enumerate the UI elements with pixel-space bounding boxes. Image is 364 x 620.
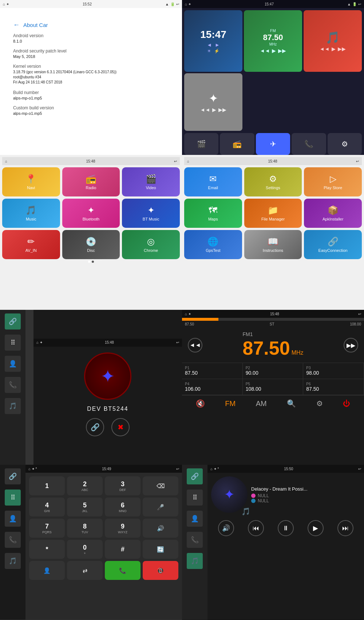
dialer-sidebar-dialpad[interactable]: ⠿ xyxy=(5,490,21,506)
btmusic-prev-btn[interactable]: ⏮ xyxy=(248,520,264,536)
btmusic-play-btn[interactable]: ▶ xyxy=(308,520,324,536)
dialer-sidebar-contacts[interactable]: 👤 xyxy=(5,511,21,527)
dash-vol-down-icon[interactable]: ◄ xyxy=(207,42,212,48)
preset-p1[interactable]: P1 87.50 xyxy=(182,363,243,379)
btmusic-sidebar-contacts[interactable]: 👤 xyxy=(187,511,203,527)
dash-bt-next[interactable]: ▶▶ xyxy=(218,107,226,113)
dial-hangup-btn[interactable]: 📵 xyxy=(143,561,178,580)
dialer-sidebar-link[interactable]: 🔗 xyxy=(5,468,21,484)
dash-bottom-radio-icon[interactable]: 📻 xyxy=(220,133,254,155)
dash-bt-prev[interactable]: ◄◄ xyxy=(200,107,210,113)
app-tile-filemanager[interactable]: 📁 File Manager xyxy=(244,199,302,228)
radio-mute-btn[interactable]: 🔇 xyxy=(196,399,205,408)
btmusic-volume-btn[interactable]: 🔊 xyxy=(218,520,234,536)
dial-key-mic[interactable]: 🎤 xyxy=(143,498,178,516)
dash-bottom-settings-icon[interactable]: ⚙ xyxy=(328,133,362,155)
dial-key-1[interactable]: 1 xyxy=(29,476,65,495)
btmusic-sidebar-music[interactable]: 🎵 xyxy=(187,553,203,569)
app-tile-maps[interactable]: 🗺 Maps xyxy=(184,199,242,228)
app-tile-video[interactable]: 🎬 Video xyxy=(122,167,180,196)
preset-p4[interactable]: P4 106.00 xyxy=(182,379,243,395)
dash-eq-icon[interactable]: ⚡ xyxy=(214,48,219,54)
radio-statusbar-back[interactable]: ↩ xyxy=(358,312,361,316)
dash-vol-up-icon[interactable]: ► xyxy=(215,42,220,48)
dial-key-backspace[interactable]: ⌫ xyxy=(143,476,178,495)
dial-key-hash[interactable]: # xyxy=(105,540,141,559)
dialer-sidebar-recents[interactable]: 📞 xyxy=(5,532,21,548)
radio-fm-btn[interactable]: FM xyxy=(225,399,236,408)
app-tile-easyconnection[interactable]: 🔗 EasyConnection xyxy=(304,230,362,259)
dial-key-8[interactable]: 8 TUV xyxy=(67,519,103,538)
app-tile-settings[interactable]: ⚙ Settings xyxy=(244,167,302,196)
about-back-icon[interactable]: ↩ xyxy=(176,2,179,6)
app-tile-radio[interactable]: 📻 Radio xyxy=(62,167,120,196)
radio-search-btn[interactable]: 🔍 xyxy=(287,399,296,408)
app-tile-chrome[interactable]: ◎ Chrome xyxy=(122,230,180,259)
radio-am-btn[interactable]: AM xyxy=(256,399,267,408)
dial-key-9[interactable]: 9 WXYZ xyxy=(105,519,141,538)
app-tile-bluetooth[interactable]: ✦ Bluetooth xyxy=(62,199,120,228)
dash-tile-fm[interactable]: FM 87.50 MHz ◄◄ ▶ ▶▶ xyxy=(244,10,302,72)
dial-key-volume[interactable]: 🔊 xyxy=(143,519,178,538)
dash-tile-time[interactable]: 15:47 ◄ ► ☀ ⚡ xyxy=(184,10,242,72)
dash-bottom-phone-icon[interactable]: 📞 xyxy=(292,133,326,155)
dial-key-0[interactable]: 0 + xyxy=(67,540,103,559)
dash-fm-prev-icon[interactable]: ◄◄ xyxy=(260,48,270,54)
dash-bt-play[interactable]: ▶ xyxy=(212,107,216,113)
dial-key-star[interactable]: * xyxy=(29,540,65,559)
app-tile-navi[interactable]: 📍 Navi xyxy=(2,167,60,196)
bt-connect-btn[interactable]: 🔗 xyxy=(86,418,104,436)
app-tile-playstore[interactable]: ▷ Play Store xyxy=(304,167,362,196)
preset-p2[interactable]: P2 90.00 xyxy=(243,363,304,379)
bt-sidebar-music-icon[interactable]: 🎵 xyxy=(5,398,21,414)
app-tile-instructions[interactable]: 📖 Instructions xyxy=(244,230,302,259)
radio-eq-btn[interactable]: ⚙ xyxy=(316,399,323,408)
dialer-sidebar-music[interactable]: 🎵 xyxy=(5,553,21,569)
btmusic-sidebar-recents[interactable]: 📞 xyxy=(187,532,203,548)
dash-back-icon[interactable]: ↩ xyxy=(358,2,361,6)
app-tile-email[interactable]: ✉ Email xyxy=(184,167,242,196)
dial-key-2[interactable]: 2 ABC xyxy=(67,476,103,495)
radio-prev-btn[interactable]: ◄◄ xyxy=(188,338,202,352)
app-tile-music[interactable]: 🎵 Music xyxy=(2,199,60,228)
btmusic-sidebar-dialpad[interactable]: ⠿ xyxy=(187,490,203,506)
app-tile-gpstest[interactable]: 🌐 GpsTest xyxy=(184,230,242,259)
btmusic-sidebar-link[interactable]: 🔗 xyxy=(187,468,203,484)
bt-sidebar-recents-icon[interactable]: 📞 xyxy=(5,377,21,393)
app-tile-btmusic[interactable]: ✦ BT Music xyxy=(122,199,180,228)
bt-sidebar-contacts-icon[interactable]: 👤 xyxy=(5,356,21,372)
dial-key-refresh[interactable]: 🔄 xyxy=(143,540,178,559)
dialer-statusbar-back[interactable]: ↩ xyxy=(176,467,179,471)
btmusic-next-btn[interactable]: ⏭ xyxy=(337,520,353,536)
dash-tile-bluetooth[interactable]: ✦ ◄◄ ▶ ▶▶ xyxy=(184,73,242,131)
dial-call-btn[interactable]: 📞 xyxy=(105,561,141,580)
dash-fm-play-icon[interactable]: ▶ xyxy=(272,48,276,54)
bt-disconnect-btn[interactable]: ✖ xyxy=(111,418,130,436)
dash-music-next[interactable]: ▶▶ xyxy=(338,46,346,52)
preset-p3[interactable]: P3 98.00 xyxy=(303,363,364,379)
bt-sidebar-dialpad-icon[interactable]: ⠿ xyxy=(5,335,21,351)
dash-music-play[interactable]: ▶ xyxy=(332,46,336,52)
dash-tile-music[interactable]: 🎵 ◄◄ ▶ ▶▶ xyxy=(304,10,362,72)
dial-key-5[interactable]: 5 JKL xyxy=(67,498,103,516)
about-back-btn[interactable]: ← xyxy=(13,21,20,29)
appgrid-left-back-icon[interactable]: ↩ xyxy=(174,159,177,163)
dial-key-6[interactable]: 6 MNO xyxy=(105,498,141,516)
preset-p5[interactable]: P5 108.00 xyxy=(243,379,304,395)
app-tile-disc[interactable]: 💿 Disc xyxy=(62,230,120,259)
dial-action-contact[interactable]: 👤 xyxy=(29,561,65,580)
dash-music-prev[interactable]: ◄◄ xyxy=(320,46,330,52)
dash-bottom-nav-icon[interactable]: ✈ xyxy=(256,133,290,155)
radio-power-btn[interactable]: ⏻ xyxy=(343,399,350,408)
btmusic-statusbar-back[interactable]: ↩ xyxy=(358,467,361,471)
dial-key-7[interactable]: 7 PQRS xyxy=(29,519,65,538)
dial-key-4[interactable]: 4 GHI xyxy=(29,498,65,516)
dial-action-swap[interactable]: ⇄ xyxy=(67,561,103,580)
bt-sidebar-link-icon[interactable]: 🔗 xyxy=(5,313,21,330)
dash-bottom-movie-icon[interactable]: 🎬 xyxy=(184,133,218,155)
dash-brightness-icon[interactable]: ☀ xyxy=(207,48,211,54)
btmusic-pause-btn[interactable]: ⏸ xyxy=(278,520,294,536)
appgrid-right-back-icon[interactable]: ↩ xyxy=(356,159,359,163)
dash-fm-next-icon[interactable]: ▶▶ xyxy=(278,48,286,54)
dial-key-3[interactable]: 3 DEF xyxy=(105,476,141,495)
